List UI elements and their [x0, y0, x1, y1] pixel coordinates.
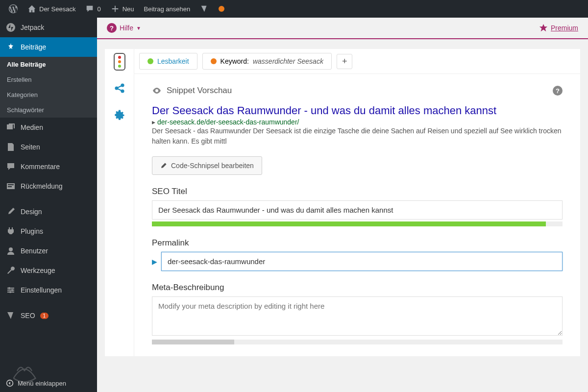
new-link[interactable]: Neu [106, 0, 139, 18]
svg-point-2 [9, 247, 13, 251]
traffic-light-icon [114, 53, 125, 71]
sidebar-item-seo[interactable]: SEO 1 [0, 306, 97, 325]
admin-sidebar: Jetpack Beiträge Alle Beiträge Erstellen… [0, 18, 97, 392]
chevron-down-icon: ▼ [136, 25, 141, 31]
sidebar-item-feedback[interactable]: Rückmeldung [0, 176, 97, 196]
sidebar-item-tools[interactable]: Werkzeuge [0, 261, 97, 280]
pencil-icon [160, 162, 167, 169]
site-home-link[interactable]: Der Seesack [23, 0, 80, 18]
seo-badge: 1 [40, 313, 49, 319]
wrench-icon [6, 266, 16, 275]
sidebar-sub-all-posts[interactable]: Alle Beiträge [0, 57, 97, 72]
seo-panel-sidebar [105, 49, 134, 356]
arrow-right-icon: ▶ [152, 258, 157, 266]
yoast-indicator[interactable] [195, 0, 214, 18]
tab-add-keyword[interactable]: + [337, 54, 353, 69]
snippet-header: Snippet Vorschau ? [152, 86, 563, 96]
view-post-link[interactable]: Beitrag ansehen [139, 0, 196, 18]
eye-icon [152, 86, 162, 96]
permalink-label: Permalink [152, 238, 563, 248]
arrow-right-icon: ▸ [152, 118, 155, 126]
green-dot-icon [147, 58, 153, 64]
sidebar-item-jetpack[interactable]: Jetpack [0, 18, 97, 37]
help-link[interactable]: ? Hilfe ▼ [107, 23, 141, 33]
comments-icon [6, 162, 16, 172]
meta-desc-input[interactable] [152, 296, 563, 336]
permalink-group: Permalink ▶ [152, 238, 563, 271]
meta-desc-progress [152, 340, 563, 344]
permalink-input[interactable] [161, 252, 563, 271]
home-icon [27, 4, 36, 13]
snippet-preview-desc: Der Seesack - das Raumwunder Der Seesack… [152, 126, 563, 147]
sidebar-item-posts[interactable]: Beiträge [0, 37, 97, 57]
seo-tab-content[interactable] [113, 55, 126, 69]
seo-tab-advanced[interactable] [113, 108, 126, 122]
svg-point-4 [11, 289, 13, 291]
star-icon [539, 24, 548, 32]
status-dot [214, 0, 229, 18]
plus-icon [111, 4, 120, 13]
pin-icon [6, 42, 16, 52]
seo-tab-social[interactable] [113, 81, 126, 95]
sidebar-item-users[interactable]: Benutzer [0, 241, 97, 261]
seo-panel-content: Lesbarkeit Keyword: wasserdichter Seesac… [134, 49, 580, 356]
wp-logo[interactable] [4, 0, 23, 18]
feedback-icon [6, 181, 16, 191]
premium-link[interactable]: Premium [539, 24, 578, 32]
sidebar-item-design[interactable]: Design [0, 202, 97, 221]
main-content: ? Hilfe ▼ Premium [97, 18, 588, 392]
share-icon [114, 82, 125, 94]
seo-title-group: SEO Titel [152, 187, 563, 226]
seo-tab-row: Lesbarkeit Keyword: wasserdichter Seesac… [134, 49, 580, 74]
plugin-icon [6, 226, 16, 236]
svg-point-0 [6, 23, 15, 32]
tab-keyword[interactable]: Keyword: wasserdichter Seesack [202, 53, 332, 70]
wordpress-icon [9, 4, 18, 13]
meta-desc-label: Meta-Beschreibung [152, 283, 563, 293]
new-label: Neu [122, 5, 134, 13]
gear-icon [114, 109, 125, 121]
site-title: Der Seesack [39, 5, 75, 13]
snippet-preview-title: Der Seesack das Raumwunder - und was du … [152, 104, 563, 117]
snippet-preview-url: ▸ der-seesack.de/der-seesack-das-raumwun… [152, 118, 563, 126]
meta-desc-group: Meta-Beschreibung [152, 283, 563, 344]
sidebar-sub-create[interactable]: Erstellen [0, 72, 97, 87]
orange-dot-icon [219, 6, 224, 12]
sidebar-item-pages[interactable]: Seiten [0, 137, 97, 157]
seo-title-progress [152, 221, 563, 226]
jetpack-icon [6, 23, 16, 32]
yoast-seo-icon [6, 311, 16, 320]
tab-readability[interactable]: Lesbarkeit [139, 53, 197, 70]
svg-point-5 [9, 291, 11, 293]
sidebar-sub-categories[interactable]: Kategorien [0, 87, 97, 102]
seo-title-label: SEO Titel [152, 187, 563, 196]
sidebar-posts-submenu: Alle Beiträge Erstellen Kategorien Schla… [0, 57, 97, 118]
yoast-icon [200, 4, 209, 13]
user-icon [6, 246, 16, 256]
svg-point-3 [8, 287, 10, 289]
brush-icon [6, 207, 16, 217]
sliders-icon [6, 285, 16, 295]
snippet-preview: Der Seesack das Raumwunder - und was du … [152, 104, 563, 147]
snippet-section: Snippet Vorschau ? Der Seesack das Raumw… [134, 74, 580, 356]
media-icon [6, 122, 16, 132]
edit-snippet-button[interactable]: Code-Schnipsel bearbeiten [152, 156, 262, 175]
help-icon: ? [107, 23, 117, 33]
seo-title-input[interactable] [152, 200, 563, 220]
sidebar-item-plugins[interactable]: Plugins [0, 221, 97, 241]
snippet-help-button[interactable]: ? [553, 86, 563, 96]
comments-count: 0 [97, 5, 100, 13]
top-strip: ? Hilfe ▼ Premium [97, 18, 588, 39]
orange-dot-icon [211, 58, 217, 64]
sidebar-item-settings[interactable]: Einstellungen [0, 280, 97, 300]
watermark [5, 356, 44, 387]
sidebar-sub-tags[interactable]: Schlagwörter [0, 102, 97, 118]
sidebar-item-comments[interactable]: Kommentare [0, 157, 97, 176]
page-icon [6, 142, 16, 152]
admin-bar: Der Seesack 0 Neu Beitrag ansehen [0, 0, 588, 18]
comment-icon [85, 4, 94, 13]
comments-link[interactable]: 0 [80, 0, 105, 18]
seo-panel: Lesbarkeit Keyword: wasserdichter Seesac… [105, 49, 580, 356]
sidebar-item-media[interactable]: Medien [0, 118, 97, 137]
